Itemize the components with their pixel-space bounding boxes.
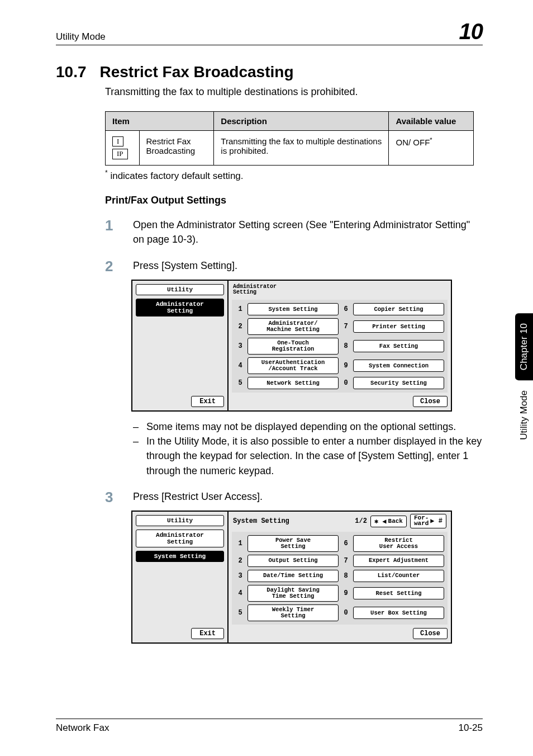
- opt-num: 9: [341, 362, 351, 370]
- opt-num: 7: [341, 323, 351, 330]
- step-notes: –Some items may not be displayed dependi…: [133, 419, 483, 478]
- opt-num: 8: [341, 572, 351, 580]
- opt-network-setting[interactable]: Network Setting: [248, 377, 339, 389]
- step-text: Press [System Setting].: [133, 258, 237, 273]
- opt-num: 3: [235, 342, 245, 350]
- breadcrumb-utility[interactable]: Utility: [136, 515, 224, 526]
- section-heading: 10.7 Restrict Fax Broadcasting: [56, 63, 483, 81]
- col-desc: Description: [214, 112, 389, 131]
- breadcrumb-admin-setting[interactable]: Administrator Setting: [136, 299, 224, 316]
- footer-right: 10-25: [459, 722, 483, 734]
- opt-system-connection[interactable]: System Connection: [353, 360, 444, 372]
- running-title: Utility Mode: [56, 31, 106, 42]
- section-number: 10.7: [56, 63, 87, 81]
- exit-button[interactable]: Exit: [191, 396, 224, 407]
- section-title: Restrict Fax Broadcasting: [100, 63, 294, 81]
- breadcrumb-system-setting[interactable]: System Setting: [136, 551, 224, 562]
- opt-num: 6: [341, 305, 351, 313]
- settings-table: Item Description Available value I IP Re…: [105, 111, 474, 166]
- footnote: * indicates factory default setting.: [105, 169, 483, 182]
- opt-security-setting[interactable]: Security Setting: [353, 377, 444, 389]
- chapter-tab: Chapter 10: [515, 313, 533, 380]
- badge-ip: IP: [112, 149, 128, 159]
- step-2: 2 Press [System Setting].: [105, 258, 483, 275]
- lcd-screenshot-system-setting: Utility Administrator Setting System Set…: [131, 511, 452, 644]
- opt-num: 7: [341, 557, 351, 565]
- opt-daylight-saving[interactable]: Daylight Saving Time Setting: [248, 585, 339, 602]
- close-button[interactable]: Close: [413, 396, 448, 407]
- step-number: 2: [105, 258, 122, 275]
- opt-fax-setting[interactable]: Fax Setting: [353, 340, 444, 352]
- col-item: Item: [106, 112, 214, 131]
- item-desc: Transmitting the fax to multiple destina…: [214, 131, 389, 166]
- opt-output-setting[interactable]: Output Setting: [248, 555, 339, 567]
- col-value: Available value: [389, 112, 474, 131]
- opt-num: 2: [235, 323, 245, 330]
- page-indicator: 1/2: [355, 517, 367, 525]
- opt-num: 3: [235, 572, 245, 580]
- footer-left: Network Fax: [56, 722, 109, 734]
- item-name: Restrict Fax Broadcasting: [139, 131, 214, 166]
- opt-admin-machine[interactable]: Administrator/ Machine Setting: [248, 318, 339, 335]
- opt-num: 5: [235, 379, 245, 387]
- back-button[interactable]: ✱ ◀Back: [370, 516, 407, 527]
- table-row: I IP Restrict Fax Broadcasting Transmitt…: [106, 131, 474, 166]
- opt-num: 5: [235, 609, 245, 617]
- opt-power-save[interactable]: Power Save Setting: [248, 535, 339, 552]
- opt-reset-setting[interactable]: Reset Setting: [353, 587, 444, 599]
- opt-weekly-timer[interactable]: Weekly Timer Setting: [248, 604, 339, 621]
- opt-num: 4: [235, 362, 245, 370]
- opt-user-box-setting[interactable]: User Box Setting: [353, 607, 444, 619]
- option-grid: 1 System Setting 6 Copier Setting 2 Admi…: [232, 300, 448, 393]
- section-intro: Transmitting the fax to multiple destina…: [105, 84, 483, 99]
- opt-num: 4: [235, 589, 245, 597]
- opt-printer-setting[interactable]: Printer Setting: [353, 320, 444, 333]
- opt-restrict-user-access[interactable]: Restrict User Access: [353, 535, 444, 552]
- subsection-heading: Print/Fax Output Settings: [105, 195, 483, 206]
- exit-button[interactable]: Exit: [191, 628, 224, 639]
- lcd-screenshot-admin: Utility Administrator Setting Exit Admin…: [131, 280, 452, 412]
- opt-num: 0: [341, 609, 351, 617]
- opt-date-time[interactable]: Date/Time Setting: [248, 570, 339, 582]
- badge-internet: I: [112, 136, 123, 147]
- option-grid: 1 Power Save Setting 6 Restrict User Acc…: [232, 532, 448, 625]
- panel-title: System Setting: [233, 517, 351, 525]
- opt-one-touch[interactable]: One-Touch Registration: [248, 338, 339, 355]
- step-3: 3 Press [Restrict User Access].: [105, 489, 483, 505]
- panel-title: Administrator Setting: [232, 283, 448, 297]
- note-text: Some items may not be displayed dependin…: [146, 419, 456, 434]
- step-text: Open the Administrator Setting screen (S…: [133, 218, 483, 247]
- opt-copier-setting[interactable]: Copier Setting: [353, 303, 444, 315]
- arrow-left-icon: ✱ ◀: [374, 517, 387, 526]
- step-number: 1: [105, 218, 122, 234]
- chapter-number: 10: [459, 20, 483, 42]
- page-footer: Network Fax 10-25: [56, 719, 483, 734]
- breadcrumb-admin-setting[interactable]: Administrator Setting: [136, 530, 224, 547]
- opt-expert-adjustment[interactable]: Expert Adjustment: [353, 555, 444, 567]
- opt-num: 6: [341, 540, 351, 547]
- step-1: 1 Open the Administrator Setting screen …: [105, 218, 483, 247]
- opt-system-setting[interactable]: System Setting: [248, 303, 339, 315]
- opt-list-counter[interactable]: List/Counter: [353, 570, 444, 582]
- opt-num: 9: [341, 589, 351, 597]
- close-button[interactable]: Close: [413, 628, 448, 639]
- section-tab: Utility Mode: [517, 388, 531, 442]
- opt-num: 8: [341, 342, 351, 350]
- opt-num: 1: [235, 540, 245, 547]
- note-text: In the Utility Mode, it is also possible…: [146, 434, 483, 478]
- arrow-right-icon: ▶ #: [430, 518, 442, 525]
- opt-num: 0: [341, 379, 351, 387]
- opt-num: 1: [235, 305, 245, 313]
- running-header: Utility Mode 10: [56, 20, 483, 49]
- opt-num: 2: [235, 557, 245, 565]
- step-number: 3: [105, 489, 122, 505]
- side-tab: Chapter 10 Utility Mode: [515, 313, 533, 442]
- step-text: Press [Restrict User Access].: [133, 489, 263, 504]
- breadcrumb-utility[interactable]: Utility: [136, 284, 224, 295]
- opt-user-auth[interactable]: UserAuthentication /Account Track: [248, 357, 339, 374]
- forward-button[interactable]: For- ward▶ #: [410, 514, 446, 528]
- item-value: ON/ OFF*: [389, 131, 474, 166]
